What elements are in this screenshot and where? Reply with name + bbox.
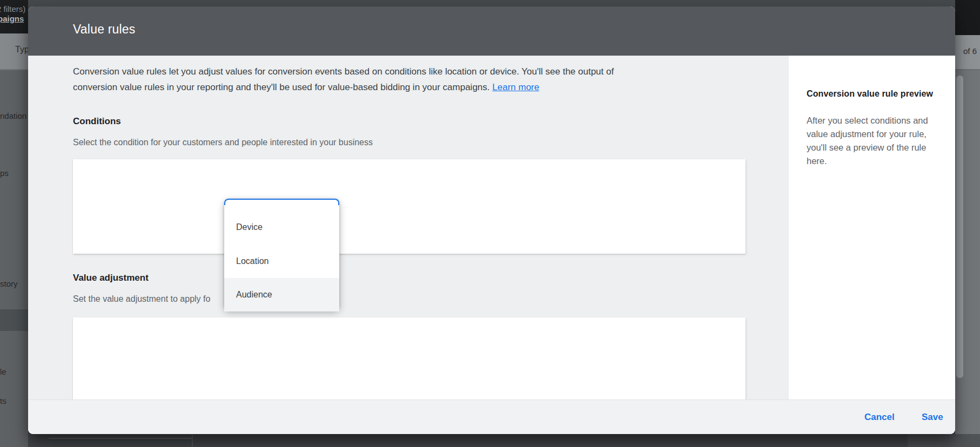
- dialog-header: Value rules: [28, 6, 955, 56]
- primary-condition-menu: Device Location Audience: [224, 199, 339, 309]
- value-adjustment-card: Value Select the value adjustment that w…: [73, 317, 746, 399]
- learn-more-link[interactable]: Learn more: [492, 82, 539, 92]
- value-rules-dialog: Value rules Conversion value rules let y…: [28, 6, 955, 434]
- preview-panel: Conversion value rule preview After you …: [789, 56, 955, 399]
- preview-line: value adjustment for your rule,: [807, 129, 927, 139]
- background-nav-item[interactable]: story: [0, 279, 18, 288]
- background-type-column-header: Typ: [15, 45, 29, 55]
- value-adjustment-subheading: Set the value adjustment to apply fo: [73, 294, 210, 304]
- value-adjustment-heading: Value adjustment: [73, 273, 149, 283]
- dialog-footer: Cancel Save: [28, 399, 955, 434]
- background-topbar-left: 2 filters) paigns: [0, 0, 28, 33]
- preview-line: After you select conditions and: [807, 116, 928, 125]
- dialog-description: Conversion value rules let you adjust va…: [73, 64, 700, 95]
- menu-item-location[interactable]: Location: [224, 246, 339, 277]
- conditions-heading: Conditions: [73, 116, 121, 127]
- save-button[interactable]: Save: [917, 410, 948, 425]
- description-line2: conversion value rules in your reporting…: [73, 82, 490, 92]
- background-nav-item[interactable]: ndation: [0, 111, 26, 120]
- menu-item-device[interactable]: Device: [224, 212, 339, 243]
- cancel-button[interactable]: Cancel: [860, 410, 899, 425]
- background-nav-selected-item: [0, 309, 28, 331]
- conditions-subheading: Select the condition for your customers …: [73, 138, 373, 147]
- background-scrollbar[interactable]: [956, 76, 963, 378]
- background-table-line: [49, 438, 192, 439]
- preview-line: here.: [807, 156, 827, 166]
- background-filters-text: 2 filters): [0, 4, 25, 13]
- background-nav-item[interactable]: ps: [0, 168, 9, 178]
- background-pagination-text: of 6: [963, 46, 977, 56]
- background-table-area: [908, 434, 980, 447]
- preview-line: you'll see a preview of the rule: [807, 143, 926, 152]
- background-nav-item[interactable]: ts: [0, 396, 6, 405]
- dialog-title: Value rules: [73, 22, 136, 37]
- preview-heading: Conversion value rule preview: [807, 89, 933, 99]
- menu-item-audience[interactable]: Audience: [224, 278, 339, 311]
- screen: 2 filters) paigns Typ of 6 ndation ps st…: [0, 0, 980, 447]
- preview-body-text: After you select conditions and value ad…: [807, 114, 942, 168]
- description-line1: Conversion value rules let you adjust va…: [73, 66, 614, 77]
- primary-condition-card: Primary condition Select your rule's pri…: [73, 159, 746, 254]
- background-nav-item[interactable]: le: [0, 367, 6, 376]
- background-campaigns-link[interactable]: paigns: [0, 14, 24, 23]
- background-table-line: [192, 434, 193, 447]
- background-left-nav: ndation ps story le ts: [0, 70, 28, 447]
- background-topbar-right: [955, 0, 980, 35]
